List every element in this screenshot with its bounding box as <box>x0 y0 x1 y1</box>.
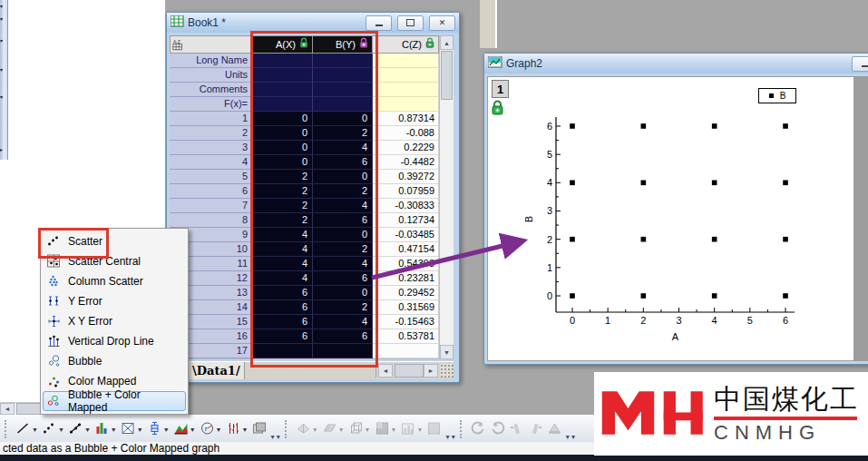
column-header[interactable]: C(Z) <box>373 35 439 54</box>
lock-icon[interactable] <box>491 100 504 118</box>
restore-button[interactable] <box>397 15 424 31</box>
menu-item-scatter-central[interactable]: Scatter Central <box>41 251 188 271</box>
toolbar-flyout-arrow-icon[interactable]: ▾ <box>0 4 3 9</box>
menu-item-y-error[interactable]: Y Error <box>41 291 188 311</box>
worksheet-cell[interactable]: 6 <box>313 213 373 228</box>
column-header[interactable]: B(Y) <box>313 35 373 54</box>
toolbar-grab-handle[interactable] <box>285 420 290 438</box>
worksheet-cell[interactable]: 2 <box>253 199 313 213</box>
scroll-up-icon[interactable]: ▲ <box>440 35 454 50</box>
worksheet-cell[interactable]: 0 <box>253 141 313 155</box>
worksheet-cell[interactable]: 0.07959 <box>373 184 439 199</box>
worksheet-cell[interactable]: 0 <box>253 112 313 126</box>
scrollbar-thumb[interactable] <box>441 51 453 100</box>
worksheet-cell[interactable]: 6 <box>313 155 373 170</box>
worksheet-cell[interactable]: -0.30833 <box>373 199 439 213</box>
vertical-scrollbar[interactable]: ▲ ▼ <box>439 35 454 359</box>
worksheet-cell[interactable] <box>313 97 373 112</box>
worksheet-cell[interactable] <box>253 97 313 112</box>
toolbar-flyout-arrow-icon[interactable]: ▾ <box>0 94 3 100</box>
worksheet-cell[interactable]: 0.87314 <box>373 112 439 126</box>
line-plot-button[interactable]: ▼ <box>14 419 40 439</box>
worksheet-cell[interactable] <box>313 83 373 97</box>
fill-area-plot-button[interactable]: ▼ <box>171 419 198 439</box>
dropdown-arrow-icon[interactable]: ▼ <box>216 427 222 433</box>
scroll-left-icon[interactable]: ◄ <box>378 364 393 378</box>
worksheet-cell[interactable]: 0 <box>253 155 313 170</box>
worksheet-cell[interactable]: 6 <box>313 329 373 344</box>
worksheet-cell[interactable] <box>373 68 439 83</box>
worksheet-cell[interactable]: 4 <box>313 257 373 271</box>
worksheet-cell[interactable]: 6 <box>253 300 313 315</box>
toolbar-grab-handle[interactable] <box>5 420 10 438</box>
toolbar-flyout-arrow-icon[interactable]: ▸ <box>0 147 3 152</box>
stock-plot-button[interactable]: ▼ <box>224 419 250 439</box>
worksheet-cell[interactable]: 0.54393 <box>373 257 439 271</box>
worksheet-cell[interactable]: 2 <box>313 126 373 141</box>
worksheet-cell[interactable] <box>373 97 439 112</box>
menu-item-x-y-error[interactable]: X Y Error <box>41 311 188 331</box>
column-plot-button[interactable]: ▼ <box>93 419 119 439</box>
graph2-window[interactable]: Graph2 1 B 01234560123456AB <box>483 53 868 365</box>
scroll-right-icon[interactable]: ► <box>424 364 438 378</box>
worksheet-cell[interactable] <box>373 54 439 68</box>
graph-page[interactable]: 1 B 01234560123456AB <box>488 77 853 360</box>
worksheet-cell[interactable]: 0.29452 <box>373 286 439 300</box>
worksheet-cell[interactable]: 2 <box>253 170 313 184</box>
worksheet-cell[interactable]: 0 <box>313 286 373 300</box>
worksheet-cell[interactable]: 0.39272 <box>373 170 439 184</box>
worksheet-cell[interactable]: 2 <box>253 213 313 228</box>
worksheet-cell[interactable] <box>373 344 439 358</box>
worksheet-cell[interactable] <box>373 83 439 97</box>
scroll-down-icon[interactable]: ▼ <box>440 345 454 359</box>
worksheet-cell[interactable]: 2 <box>253 184 313 199</box>
worksheet-cell[interactable]: 4 <box>313 315 373 329</box>
area-plot-button[interactable]: ▼ <box>119 419 145 439</box>
line-symbol-plot-button[interactable]: ▼ <box>66 419 93 439</box>
sort-az-icon[interactable]: A-Z <box>170 35 253 54</box>
scatter-plot-button[interactable]: ▼ <box>40 419 66 439</box>
worksheet-cell[interactable]: 6 <box>253 315 313 329</box>
toolbar-flyout-arrow-icon[interactable]: ▾ <box>0 16 3 22</box>
polar-plot-button[interactable]: r▼ <box>198 419 224 439</box>
worksheet-cell[interactable]: 0.23281 <box>373 271 439 286</box>
menu-item-bubble[interactable]: Bubble <box>41 351 188 371</box>
worksheet-cell[interactable]: 0 <box>313 112 373 126</box>
worksheet-cell[interactable]: 4 <box>253 242 313 257</box>
minimize-button[interactable] <box>366 15 392 31</box>
menu-item-bubble-color-mapped[interactable]: Bubble + Color Mapped <box>43 391 186 411</box>
worksheet-cell[interactable]: 6 <box>253 286 313 300</box>
worksheet-cell[interactable] <box>313 54 373 68</box>
layout-window-button[interactable] <box>249 419 268 439</box>
dropdown-arrow-icon[interactable]: ▼ <box>242 427 249 433</box>
dropdown-arrow-icon[interactable]: ▼ <box>58 427 64 433</box>
scrollbar-thumb[interactable] <box>395 364 424 378</box>
docked-vertical-toolbar[interactable]: ▾ ▾ ▾ ▾ ▾ ▸ <box>0 0 8 160</box>
worksheet-cell[interactable]: 0 <box>313 228 373 242</box>
menu-item-vertical-drop-line[interactable]: Vertical Drop Line <box>41 331 188 351</box>
worksheet-cell[interactable]: 2 <box>313 184 373 199</box>
legend[interactable]: B <box>758 88 796 103</box>
box-plot-button[interactable]: ▼ <box>145 419 171 439</box>
worksheet-cell[interactable]: 0.2229 <box>373 141 439 155</box>
column-header[interactable]: A(X) <box>253 35 313 54</box>
book1-window[interactable]: Book1 * ✕ A-ZA(X)B(Y)C(Z)Long NameUnitsC… <box>166 12 460 383</box>
toolbar-grab-handle[interactable] <box>460 420 465 438</box>
worksheet-cell[interactable]: 4 <box>253 228 313 242</box>
worksheet-cell[interactable] <box>253 68 313 83</box>
worksheet-cell[interactable]: 2 <box>313 300 373 315</box>
resize-grip[interactable] <box>440 364 454 378</box>
dropdown-arrow-icon[interactable]: ▼ <box>84 427 91 433</box>
minimize-button[interactable] <box>852 56 868 72</box>
dropdown-arrow-icon[interactable]: ▼ <box>190 427 196 433</box>
worksheet-cell[interactable] <box>313 344 373 358</box>
dropdown-arrow-icon[interactable]: ▼ <box>137 427 143 433</box>
dropdown-arrow-icon[interactable]: ▼ <box>163 427 170 433</box>
dropdown-arrow-icon[interactable]: ▼ <box>32 427 38 433</box>
toolbar-flyout-arrow-icon[interactable]: ▾ <box>0 67 3 73</box>
worksheet-cell[interactable]: 0.47154 <box>373 242 439 257</box>
sheet-tab-data1[interactable]: \Data1/ <box>189 362 245 379</box>
worksheet-cell[interactable] <box>253 83 313 97</box>
worksheet-cell[interactable]: -0.088 <box>373 126 439 141</box>
worksheet-cell[interactable]: 4 <box>253 271 313 286</box>
